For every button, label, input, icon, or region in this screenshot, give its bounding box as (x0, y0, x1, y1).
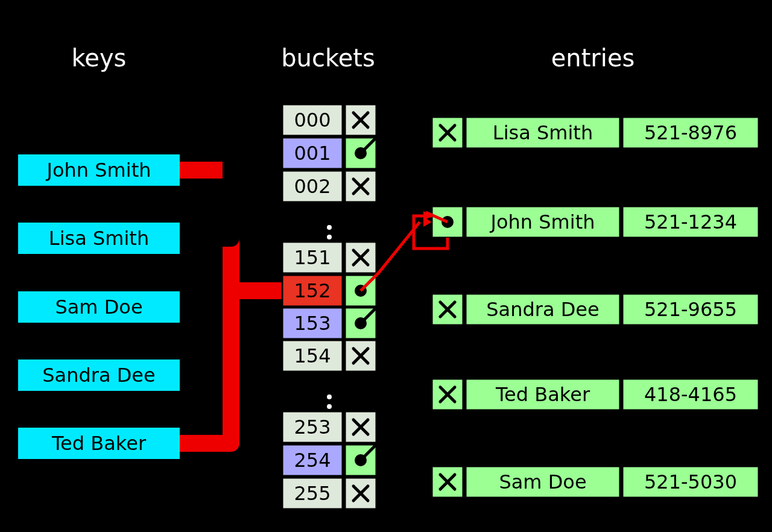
key: Lisa Smith (18, 223, 180, 254)
entry: Sam Doe521-5030 (432, 466, 759, 498)
key-label: Sandra Dee (42, 364, 155, 387)
key-label: Sam Doe (55, 296, 142, 318)
header-entries: entries (551, 44, 635, 72)
bucket: 000 (282, 104, 376, 136)
key: Sam Doe (18, 291, 180, 323)
key-label: Ted Baker (51, 432, 147, 455)
bucket-index: 253 (294, 416, 331, 439)
entry: Ted Baker418-4165 (432, 379, 759, 410)
key-label: Lisa Smith (49, 227, 149, 250)
bucket-index: 151 (294, 246, 331, 269)
entry-value: 521-8976 (644, 121, 737, 144)
bucket-index: 001 (294, 142, 331, 165)
bucket-index: 152 (294, 279, 331, 302)
bucket-index: 254 (294, 449, 331, 472)
key: Ted Baker (18, 428, 180, 459)
entry-name: Ted Baker (495, 383, 590, 406)
entry-value: 521-9655 (644, 298, 737, 321)
key-label: John Smith (46, 159, 151, 182)
ellipsis-icon (327, 394, 332, 399)
key: John Smith (18, 154, 180, 186)
bucket-index: 002 (294, 175, 331, 198)
entry-name: Lisa Smith (493, 121, 593, 144)
bucket-index: 153 (294, 312, 331, 335)
bucket: 154 (282, 340, 376, 372)
entry: Lisa Smith521-8976 (432, 117, 759, 148)
entry-name: John Smith (490, 211, 595, 233)
entry-value: 521-1234 (644, 211, 737, 233)
bucket-index: 000 (294, 109, 331, 131)
header-buckets: buckets (281, 44, 375, 72)
bucket-index: 255 (294, 482, 331, 505)
entry-value: 521-5030 (644, 470, 737, 493)
svg-point-5 (327, 235, 332, 239)
entry-value: 418-4165 (644, 383, 737, 406)
overflow-arrow (443, 325, 452, 379)
bucket-index: 154 (294, 344, 331, 367)
ellipsis-icon (327, 225, 332, 230)
bucket: 255 (282, 478, 376, 509)
entry-name: Sam Doe (499, 470, 586, 493)
bucket: 253 (282, 411, 376, 443)
header-keys: keys (72, 44, 127, 72)
bucket: 151 (282, 242, 376, 273)
svg-point-6 (327, 404, 332, 409)
key: Sandra Dee (18, 359, 180, 391)
entry: John Smith521-1234 (432, 206, 759, 238)
entry-name: Sandra Dee (486, 298, 599, 321)
bucket: 002 (282, 171, 376, 202)
entry: Sandra Dee521-9655 (432, 294, 759, 325)
